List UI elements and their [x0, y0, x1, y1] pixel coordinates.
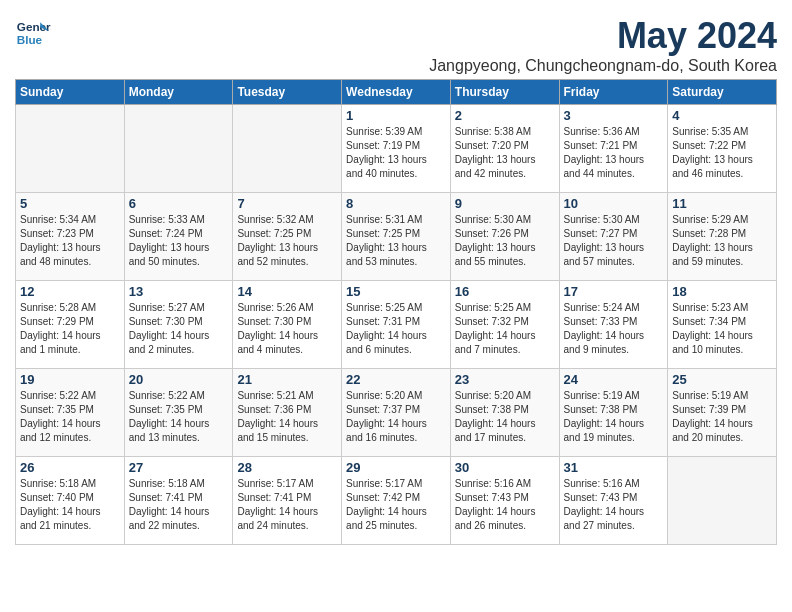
- sunset-text: Sunset: 7:26 PM: [455, 228, 529, 239]
- sunrise-text: Sunrise: 5:28 AM: [20, 302, 96, 313]
- day-info: Sunrise: 5:16 AMSunset: 7:43 PMDaylight:…: [564, 477, 664, 533]
- sunrise-text: Sunrise: 5:25 AM: [346, 302, 422, 313]
- sunset-text: Sunset: 7:40 PM: [20, 492, 94, 503]
- calendar-cell: 10Sunrise: 5:30 AMSunset: 7:27 PMDayligh…: [559, 193, 668, 281]
- sunset-text: Sunset: 7:20 PM: [455, 140, 529, 151]
- sunrise-text: Sunrise: 5:18 AM: [20, 478, 96, 489]
- calendar-cell: 31Sunrise: 5:16 AMSunset: 7:43 PMDayligh…: [559, 457, 668, 545]
- sunrise-text: Sunrise: 5:26 AM: [237, 302, 313, 313]
- sunrise-text: Sunrise: 5:17 AM: [346, 478, 422, 489]
- day-info: Sunrise: 5:23 AMSunset: 7:34 PMDaylight:…: [672, 301, 772, 357]
- day-info: Sunrise: 5:18 AMSunset: 7:41 PMDaylight:…: [129, 477, 229, 533]
- day-info: Sunrise: 5:33 AMSunset: 7:24 PMDaylight:…: [129, 213, 229, 269]
- sunrise-text: Sunrise: 5:21 AM: [237, 390, 313, 401]
- day-number: 4: [672, 108, 772, 123]
- daylight-text: Daylight: 13 hours and 59 minutes.: [672, 242, 753, 267]
- sunrise-text: Sunrise: 5:16 AM: [564, 478, 640, 489]
- daylight-text: Daylight: 14 hours and 13 minutes.: [129, 418, 210, 443]
- sunset-text: Sunset: 7:25 PM: [237, 228, 311, 239]
- day-number: 28: [237, 460, 337, 475]
- sunset-text: Sunset: 7:30 PM: [237, 316, 311, 327]
- sunset-text: Sunset: 7:35 PM: [20, 404, 94, 415]
- daylight-text: Daylight: 13 hours and 44 minutes.: [564, 154, 645, 179]
- calendar-cell: 12Sunrise: 5:28 AMSunset: 7:29 PMDayligh…: [16, 281, 125, 369]
- day-info: Sunrise: 5:32 AMSunset: 7:25 PMDaylight:…: [237, 213, 337, 269]
- logo-icon: General Blue: [15, 15, 51, 51]
- day-info: Sunrise: 5:17 AMSunset: 7:41 PMDaylight:…: [237, 477, 337, 533]
- day-info: Sunrise: 5:25 AMSunset: 7:32 PMDaylight:…: [455, 301, 555, 357]
- daylight-text: Daylight: 14 hours and 2 minutes.: [129, 330, 210, 355]
- title-block: May 2024 Jangpyeong, Chungcheongnam-do, …: [429, 15, 777, 75]
- sunrise-text: Sunrise: 5:38 AM: [455, 126, 531, 137]
- sunset-text: Sunset: 7:38 PM: [564, 404, 638, 415]
- calendar-cell: [16, 105, 125, 193]
- sunset-text: Sunset: 7:36 PM: [237, 404, 311, 415]
- day-info: Sunrise: 5:27 AMSunset: 7:30 PMDaylight:…: [129, 301, 229, 357]
- calendar-cell: 15Sunrise: 5:25 AMSunset: 7:31 PMDayligh…: [342, 281, 451, 369]
- sunrise-text: Sunrise: 5:25 AM: [455, 302, 531, 313]
- day-info: Sunrise: 5:24 AMSunset: 7:33 PMDaylight:…: [564, 301, 664, 357]
- daylight-text: Daylight: 14 hours and 26 minutes.: [455, 506, 536, 531]
- calendar-cell: 30Sunrise: 5:16 AMSunset: 7:43 PMDayligh…: [450, 457, 559, 545]
- calendar-cell: 8Sunrise: 5:31 AMSunset: 7:25 PMDaylight…: [342, 193, 451, 281]
- column-header-sunday: Sunday: [16, 80, 125, 105]
- sunset-text: Sunset: 7:19 PM: [346, 140, 420, 151]
- page-header: General Blue May 2024 Jangpyeong, Chungc…: [15, 15, 777, 75]
- day-info: Sunrise: 5:38 AMSunset: 7:20 PMDaylight:…: [455, 125, 555, 181]
- sunrise-text: Sunrise: 5:22 AM: [129, 390, 205, 401]
- calendar-cell: 13Sunrise: 5:27 AMSunset: 7:30 PMDayligh…: [124, 281, 233, 369]
- calendar-cell: [668, 457, 777, 545]
- sunset-text: Sunset: 7:22 PM: [672, 140, 746, 151]
- daylight-text: Daylight: 14 hours and 24 minutes.: [237, 506, 318, 531]
- day-info: Sunrise: 5:30 AMSunset: 7:26 PMDaylight:…: [455, 213, 555, 269]
- calendar-body: 1Sunrise: 5:39 AMSunset: 7:19 PMDaylight…: [16, 105, 777, 545]
- svg-text:Blue: Blue: [17, 33, 43, 46]
- daylight-text: Daylight: 14 hours and 9 minutes.: [564, 330, 645, 355]
- day-number: 23: [455, 372, 555, 387]
- day-info: Sunrise: 5:31 AMSunset: 7:25 PMDaylight:…: [346, 213, 446, 269]
- day-number: 12: [20, 284, 120, 299]
- day-info: Sunrise: 5:18 AMSunset: 7:40 PMDaylight:…: [20, 477, 120, 533]
- column-header-tuesday: Tuesday: [233, 80, 342, 105]
- daylight-text: Daylight: 13 hours and 46 minutes.: [672, 154, 753, 179]
- sunrise-text: Sunrise: 5:33 AM: [129, 214, 205, 225]
- day-info: Sunrise: 5:28 AMSunset: 7:29 PMDaylight:…: [20, 301, 120, 357]
- calendar-cell: 1Sunrise: 5:39 AMSunset: 7:19 PMDaylight…: [342, 105, 451, 193]
- daylight-text: Daylight: 13 hours and 52 minutes.: [237, 242, 318, 267]
- sunset-text: Sunset: 7:21 PM: [564, 140, 638, 151]
- location-title: Jangpyeong, Chungcheongnam-do, South Kor…: [429, 57, 777, 75]
- day-number: 3: [564, 108, 664, 123]
- sunset-text: Sunset: 7:38 PM: [455, 404, 529, 415]
- column-header-monday: Monday: [124, 80, 233, 105]
- day-number: 25: [672, 372, 772, 387]
- svg-text:General: General: [17, 20, 51, 33]
- sunset-text: Sunset: 7:33 PM: [564, 316, 638, 327]
- sunrise-text: Sunrise: 5:16 AM: [455, 478, 531, 489]
- daylight-text: Daylight: 14 hours and 7 minutes.: [455, 330, 536, 355]
- day-info: Sunrise: 5:21 AMSunset: 7:36 PMDaylight:…: [237, 389, 337, 445]
- sunrise-text: Sunrise: 5:19 AM: [672, 390, 748, 401]
- sunset-text: Sunset: 7:28 PM: [672, 228, 746, 239]
- sunset-text: Sunset: 7:29 PM: [20, 316, 94, 327]
- week-row-3: 12Sunrise: 5:28 AMSunset: 7:29 PMDayligh…: [16, 281, 777, 369]
- day-info: Sunrise: 5:17 AMSunset: 7:42 PMDaylight:…: [346, 477, 446, 533]
- calendar-cell: 21Sunrise: 5:21 AMSunset: 7:36 PMDayligh…: [233, 369, 342, 457]
- day-number: 24: [564, 372, 664, 387]
- day-number: 8: [346, 196, 446, 211]
- day-number: 21: [237, 372, 337, 387]
- day-info: Sunrise: 5:26 AMSunset: 7:30 PMDaylight:…: [237, 301, 337, 357]
- sunset-text: Sunset: 7:39 PM: [672, 404, 746, 415]
- calendar-cell: 25Sunrise: 5:19 AMSunset: 7:39 PMDayligh…: [668, 369, 777, 457]
- sunrise-text: Sunrise: 5:31 AM: [346, 214, 422, 225]
- day-number: 7: [237, 196, 337, 211]
- calendar-cell: 4Sunrise: 5:35 AMSunset: 7:22 PMDaylight…: [668, 105, 777, 193]
- day-info: Sunrise: 5:36 AMSunset: 7:21 PMDaylight:…: [564, 125, 664, 181]
- calendar-cell: 29Sunrise: 5:17 AMSunset: 7:42 PMDayligh…: [342, 457, 451, 545]
- calendar-cell: [233, 105, 342, 193]
- daylight-text: Daylight: 14 hours and 6 minutes.: [346, 330, 427, 355]
- day-number: 18: [672, 284, 772, 299]
- day-info: Sunrise: 5:34 AMSunset: 7:23 PMDaylight:…: [20, 213, 120, 269]
- day-info: Sunrise: 5:29 AMSunset: 7:28 PMDaylight:…: [672, 213, 772, 269]
- day-number: 22: [346, 372, 446, 387]
- sunset-text: Sunset: 7:43 PM: [455, 492, 529, 503]
